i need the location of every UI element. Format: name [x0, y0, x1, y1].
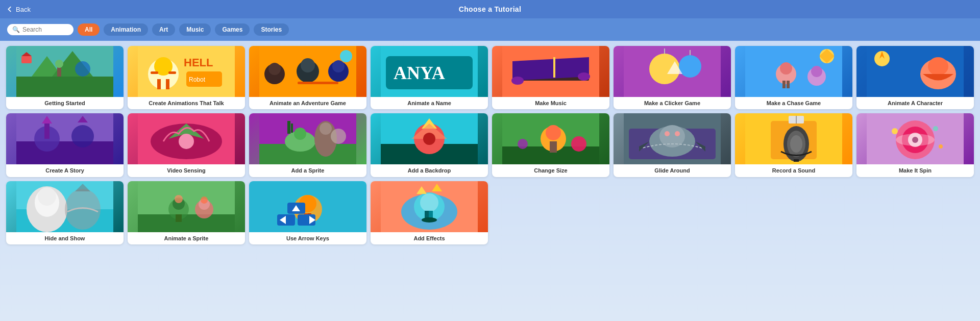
card-image-chase-game	[735, 46, 852, 97]
svg-point-23	[301, 58, 315, 72]
card-label-glide-around: Glide Around	[614, 164, 731, 177]
card-illustration	[492, 46, 609, 97]
svg-text:Robot: Robot	[189, 76, 206, 83]
card-label-hide-show: Hide and Show	[6, 232, 124, 244]
tutorial-use-arrow-keys[interactable]: Use Arrow Keys	[249, 181, 366, 244]
svg-point-82	[423, 133, 435, 145]
svg-point-112	[896, 134, 935, 146]
tutorial-make-spin[interactable]: Make It Spin	[856, 113, 974, 177]
card-illustration	[735, 113, 852, 164]
tutorial-clicker-game[interactable]: Make a Clicker Game	[614, 46, 731, 109]
svg-point-39	[679, 55, 701, 78]
tutorial-add-sprite[interactable]: Add a Sprite	[249, 113, 366, 177]
svg-marker-33	[512, 57, 589, 81]
card-label-animate-sprite: Animate a Sprite	[128, 232, 245, 244]
svg-rect-72	[287, 121, 290, 134]
svg-point-21	[268, 63, 281, 75]
tutorial-adventure-game[interactable]: Animate an Adventure Game	[249, 46, 366, 109]
tutorial-glide-around[interactable]: Glide Around	[614, 113, 731, 177]
card-label-add-backdrop: Add a Backdrop	[371, 164, 488, 177]
card-label-create-story: Create A Story	[6, 164, 124, 177]
search-input[interactable]	[22, 26, 68, 33]
card-image-use-arrow-keys	[249, 181, 366, 232]
filter-music-button[interactable]: Music	[179, 23, 211, 36]
card-label-animations-talk: Create Animations That Talk	[128, 97, 245, 109]
card-illustration	[249, 46, 366, 97]
tutorial-add-effects[interactable]: Add Effects	[371, 181, 488, 244]
svg-point-90	[518, 139, 528, 149]
card-illustration	[6, 181, 124, 232]
tutorial-animate-sprite[interactable]: Animate a Sprite	[128, 181, 245, 244]
svg-text:HELL: HELL	[184, 56, 213, 69]
svg-point-103	[790, 135, 802, 153]
card-image-animate-character	[856, 46, 974, 97]
filter-animation-button[interactable]: Animation	[104, 23, 148, 36]
svg-rect-61	[44, 124, 50, 139]
svg-point-27	[340, 50, 352, 62]
svg-rect-7	[21, 56, 32, 63]
svg-point-150	[422, 217, 437, 223]
svg-rect-26	[298, 82, 338, 84]
tutorial-video-sensing[interactable]: Video Sensing	[128, 113, 245, 177]
tutorial-animate-name[interactable]: ANYA Animate a Name	[371, 46, 488, 109]
search-icon: 🔍	[12, 26, 20, 33]
card-label-animate-name: Animate a Name	[371, 97, 488, 109]
svg-rect-104	[794, 159, 799, 162]
card-illustration: HELL Robot	[128, 46, 245, 97]
tutorial-getting-started[interactable]: Getting Started	[6, 46, 124, 109]
tutorial-add-backdrop[interactable]: Add a Backdrop	[371, 113, 488, 177]
card-image-make-music	[492, 46, 609, 97]
card-illustration	[128, 113, 245, 164]
svg-point-132	[201, 196, 208, 204]
card-illustration	[614, 46, 731, 97]
svg-rect-88	[553, 141, 557, 153]
card-label-make-spin: Make It Spin	[856, 164, 974, 177]
svg-rect-48	[782, 81, 786, 88]
filter-art-button[interactable]: Art	[152, 23, 175, 36]
card-label-adventure-game: Animate an Adventure Game	[249, 97, 366, 109]
svg-point-47	[780, 62, 792, 75]
svg-point-62	[71, 125, 94, 147]
card-label-make-music: Make Music	[492, 97, 609, 109]
card-label-chase-game: Make a Chase Game	[735, 97, 852, 109]
card-image-animate-sprite	[128, 181, 245, 232]
svg-rect-87	[550, 141, 553, 153]
tutorial-record-sound[interactable]: Record a Sound	[735, 113, 852, 177]
tutorial-hide-show[interactable]: Hide and Show	[6, 181, 124, 244]
card-illustration	[371, 113, 488, 164]
card-image-change-size	[492, 113, 609, 164]
svg-point-51	[811, 66, 822, 77]
filter-games-button[interactable]: Games	[215, 23, 250, 36]
card-image-getting-started	[6, 46, 124, 97]
card-illustration	[371, 181, 488, 232]
svg-point-147	[420, 193, 438, 212]
card-image-add-sprite	[249, 113, 366, 164]
filter-all-button[interactable]: All	[78, 23, 100, 36]
card-image-make-spin	[856, 113, 974, 164]
tutorial-make-music[interactable]: Make Music	[492, 46, 609, 109]
svg-point-75	[320, 122, 332, 135]
svg-point-89	[571, 136, 586, 152]
card-label-record-sound: Record a Sound	[735, 164, 852, 177]
card-image-video-sensing	[128, 113, 245, 164]
card-image-create-story	[6, 113, 124, 164]
tutorial-chase-game[interactable]: Make a Chase Game	[735, 46, 852, 109]
card-illustration	[856, 113, 974, 164]
tutorial-animations-talk[interactable]: HELL Robot Create Animations That Talk	[128, 46, 245, 109]
card-illustration	[128, 181, 245, 232]
tutorial-change-size[interactable]: Change Size	[492, 113, 609, 177]
card-image-glide-around	[614, 113, 731, 164]
filter-stories-button[interactable]: Stories	[254, 23, 289, 36]
svg-point-95	[665, 131, 670, 136]
card-image-hide-show	[6, 181, 124, 232]
back-button[interactable]: Back	[6, 6, 31, 13]
back-label: Back	[16, 6, 31, 13]
svg-point-34	[511, 77, 524, 85]
card-label-change-size: Change Size	[492, 164, 609, 177]
svg-rect-36	[553, 57, 555, 78]
tutorial-create-story[interactable]: Create A Story	[6, 113, 124, 177]
top-bar: Back Choose a Tutorial	[0, 0, 980, 18]
svg-point-114	[933, 126, 938, 131]
tutorial-animate-character[interactable]: Animate A Character	[856, 46, 974, 109]
svg-point-6	[75, 61, 90, 77]
